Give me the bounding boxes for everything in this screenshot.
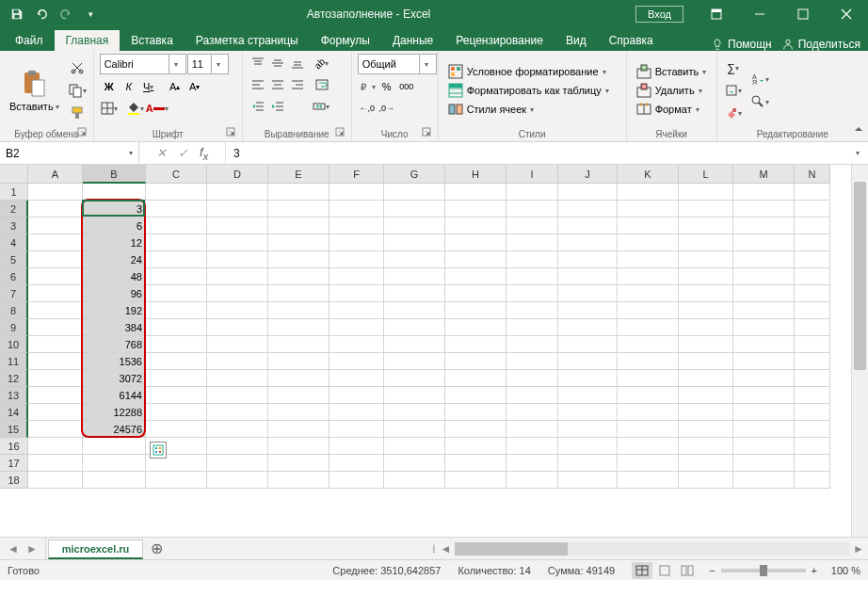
cell[interactable] bbox=[506, 353, 558, 370]
find-select-icon[interactable]: ▾ bbox=[749, 91, 770, 112]
cell[interactable] bbox=[330, 184, 384, 201]
cell[interactable] bbox=[268, 217, 330, 234]
cell[interactable] bbox=[384, 455, 445, 472]
fx-icon[interactable]: fx bbox=[200, 145, 208, 162]
cell[interactable] bbox=[506, 184, 558, 201]
cell[interactable] bbox=[268, 472, 330, 489]
cell[interactable] bbox=[207, 421, 268, 438]
cell[interactable] bbox=[679, 234, 733, 251]
cell[interactable] bbox=[445, 319, 506, 336]
column-header[interactable]: K bbox=[618, 165, 679, 184]
cell[interactable] bbox=[679, 336, 733, 353]
cell[interactable] bbox=[733, 302, 795, 319]
cell[interactable] bbox=[679, 285, 733, 302]
cell[interactable] bbox=[445, 201, 506, 217]
cell[interactable] bbox=[83, 455, 146, 472]
cell[interactable] bbox=[28, 184, 83, 201]
zoom-level[interactable]: 100 % bbox=[823, 565, 860, 576]
cell[interactable] bbox=[679, 268, 733, 285]
copy-icon[interactable]: ▾ bbox=[67, 80, 88, 101]
cell[interactable] bbox=[330, 421, 384, 438]
cell[interactable] bbox=[83, 184, 146, 201]
cell[interactable] bbox=[268, 370, 330, 387]
cell[interactable] bbox=[679, 472, 733, 489]
tab-home[interactable]: Главная bbox=[55, 30, 121, 51]
cell[interactable]: 1536 bbox=[83, 353, 146, 370]
cell[interactable] bbox=[445, 455, 506, 472]
minimize-icon[interactable] bbox=[738, 0, 781, 27]
cell[interactable] bbox=[330, 370, 384, 387]
cell[interactable] bbox=[330, 319, 384, 336]
cell[interactable] bbox=[28, 387, 83, 404]
cell[interactable] bbox=[207, 319, 268, 336]
cell[interactable] bbox=[795, 336, 830, 353]
cell[interactable] bbox=[618, 404, 679, 421]
cell[interactable] bbox=[558, 234, 618, 251]
cell[interactable] bbox=[733, 455, 795, 472]
cell[interactable] bbox=[445, 472, 506, 489]
row-header[interactable]: 18 bbox=[0, 472, 28, 489]
cell[interactable] bbox=[506, 438, 558, 455]
cell[interactable] bbox=[268, 336, 330, 353]
cell[interactable]: 48 bbox=[83, 268, 146, 285]
cell[interactable] bbox=[558, 251, 618, 268]
cell[interactable] bbox=[330, 336, 384, 353]
cell[interactable] bbox=[28, 251, 83, 268]
tab-help[interactable]: Справка bbox=[598, 30, 665, 51]
cell[interactable] bbox=[384, 387, 445, 404]
row-header[interactable]: 12 bbox=[0, 370, 28, 387]
percent-format-icon[interactable]: % bbox=[378, 77, 396, 96]
cell[interactable] bbox=[679, 251, 733, 268]
cell[interactable] bbox=[207, 302, 268, 319]
cell[interactable] bbox=[618, 201, 679, 217]
format-painter-icon[interactable] bbox=[67, 103, 88, 123]
cell[interactable] bbox=[795, 201, 830, 217]
cell[interactable] bbox=[268, 421, 330, 438]
cut-icon[interactable] bbox=[67, 57, 88, 78]
column-header[interactable]: G bbox=[384, 165, 445, 184]
align-right-icon[interactable] bbox=[288, 75, 307, 94]
cell[interactable] bbox=[28, 234, 83, 251]
cell[interactable] bbox=[733, 234, 795, 251]
fill-icon[interactable]: ▾ bbox=[723, 80, 744, 101]
cell[interactable] bbox=[795, 387, 830, 404]
cell[interactable] bbox=[506, 404, 558, 421]
tab-insert[interactable]: Вставка bbox=[120, 30, 185, 51]
cell[interactable] bbox=[384, 438, 445, 455]
cell[interactable] bbox=[146, 251, 207, 268]
cell[interactable] bbox=[795, 455, 830, 472]
decrease-decimal-icon[interactable]: ,0→ bbox=[378, 99, 396, 118]
cell[interactable] bbox=[618, 302, 679, 319]
cell[interactable] bbox=[506, 455, 558, 472]
cell[interactable] bbox=[733, 184, 795, 201]
cell[interactable]: 3072 bbox=[83, 370, 146, 387]
wrap-text-icon[interactable] bbox=[313, 75, 331, 94]
cell[interactable] bbox=[795, 268, 830, 285]
cell[interactable] bbox=[146, 268, 207, 285]
cell[interactable] bbox=[207, 438, 268, 455]
number-launcher-icon[interactable] bbox=[421, 127, 432, 138]
row-header[interactable]: 5 bbox=[0, 251, 28, 268]
cell[interactable] bbox=[268, 251, 330, 268]
cell[interactable] bbox=[330, 268, 384, 285]
save-icon[interactable] bbox=[6, 3, 28, 25]
cell[interactable]: 24576 bbox=[83, 421, 146, 438]
cell[interactable] bbox=[445, 268, 506, 285]
row-header[interactable]: 2 bbox=[0, 201, 28, 217]
row-header[interactable]: 1 bbox=[0, 184, 28, 201]
cell[interactable] bbox=[330, 302, 384, 319]
tab-formulas[interactable]: Формулы bbox=[310, 30, 381, 51]
cell[interactable] bbox=[330, 404, 384, 421]
cell[interactable] bbox=[795, 472, 830, 489]
cell[interactable] bbox=[207, 404, 268, 421]
cell[interactable] bbox=[268, 184, 330, 201]
cell[interactable] bbox=[146, 302, 207, 319]
cell[interactable] bbox=[268, 234, 330, 251]
cell[interactable] bbox=[28, 201, 83, 217]
share-button[interactable]: Поделиться bbox=[781, 38, 860, 51]
cell[interactable] bbox=[28, 370, 83, 387]
cell[interactable] bbox=[207, 268, 268, 285]
cell[interactable] bbox=[733, 421, 795, 438]
insert-cells-button[interactable]: +Вставить▾ bbox=[633, 63, 711, 80]
ribbon-options-icon[interactable] bbox=[695, 0, 738, 27]
